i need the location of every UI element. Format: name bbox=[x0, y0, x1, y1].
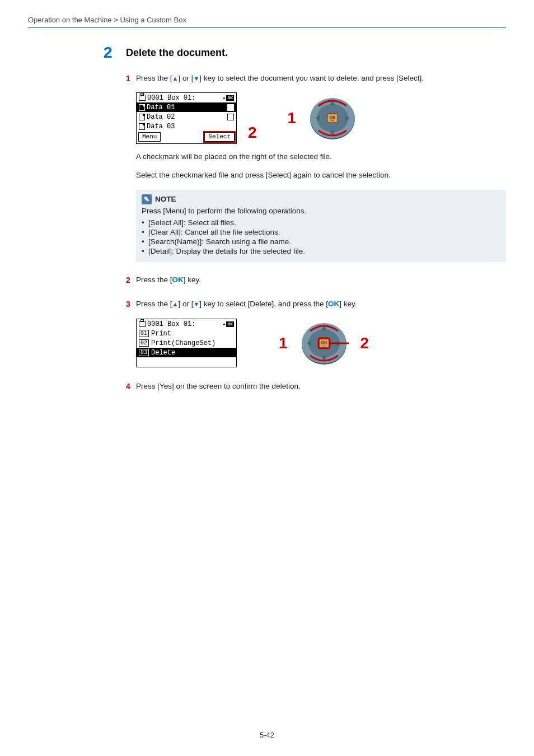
substep-1: 1 Press the [▲] or [▼] key to select the… bbox=[126, 73, 506, 85]
substep-4-text: Press [Yes] on the screen to confirm the… bbox=[136, 381, 506, 392]
callout-1: 1 bbox=[288, 109, 297, 127]
substep-4: 4 Press [Yes] on the screen to confirm t… bbox=[126, 381, 506, 393]
lcd2-blank-row bbox=[137, 357, 236, 367]
dpad-icon: OK ↵ bbox=[307, 93, 358, 143]
up-triangle-icon: ▲ bbox=[172, 75, 179, 82]
down-triangle-icon: ▼ bbox=[193, 75, 199, 82]
box-icon bbox=[139, 95, 146, 101]
note-bullet-4: [Detail]: Display the details for the se… bbox=[142, 247, 500, 255]
svg-text:↵: ↵ bbox=[331, 119, 334, 122]
box-icon bbox=[139, 321, 146, 327]
page-number: 5-42 bbox=[0, 731, 534, 739]
lcd2-row-1: 01 Print bbox=[137, 329, 236, 338]
dpad-icon: OK ↵ bbox=[299, 318, 349, 368]
note-bullets: [Select All]: Select all files. [Clear A… bbox=[142, 218, 500, 255]
lcd1-title-row: 0001 Box 01: ✦OK bbox=[137, 93, 236, 102]
note-bullet-1: [Select All]: Select all files. bbox=[142, 218, 500, 227]
arrows-ok-icon: ✦OK bbox=[222, 321, 234, 328]
substep-3-text: Press the [▲] or [▼] key to select [Dele… bbox=[136, 298, 506, 310]
dpad-control-2: OK ↵ bbox=[299, 318, 349, 368]
document-icon bbox=[139, 123, 145, 130]
substep-1-text: Press the [▲] or [▼] key to select the d… bbox=[136, 73, 506, 84]
lcd-screen-1: 0001 Box 01: ✦OK Data 01 Data 02 bbox=[136, 92, 237, 144]
note-box: ✎ NOTE Press [Menu] to perform the follo… bbox=[136, 190, 506, 262]
figure-2: 0001 Box 01: ✦OK 01 Print 02 Print(Chang… bbox=[136, 318, 506, 368]
checkbox-empty-icon bbox=[227, 114, 234, 120]
substep-2-number: 2 bbox=[126, 274, 136, 286]
substep-2-text: Press the [OK] key. bbox=[136, 274, 506, 286]
header-divider bbox=[28, 27, 506, 28]
lcd-screen-2: 0001 Box 01: ✦OK 01 Print 02 Print(Chang… bbox=[136, 319, 237, 367]
substep-2: 2 Press the [OK] key. bbox=[126, 274, 506, 286]
note-title: NOTE bbox=[155, 195, 176, 203]
lcd1-row-1: Data 01 bbox=[137, 102, 236, 112]
callout-2-tag: 2 bbox=[248, 124, 257, 142]
figure-1: 0001 Box 01: ✦OK Data 01 Data 02 bbox=[136, 92, 506, 144]
lcd2-row-2: 02 Print(ChangeSet) bbox=[137, 338, 236, 348]
lcd2-title: 0001 Box 01: bbox=[147, 320, 222, 328]
document-icon bbox=[139, 104, 145, 111]
svg-text:↵: ↵ bbox=[322, 344, 325, 347]
note-icon: ✎ bbox=[142, 194, 152, 204]
callout-1-fig2: 1 bbox=[279, 334, 288, 352]
substep-3-number: 3 bbox=[126, 298, 136, 310]
callout-2-fig2: 2 bbox=[360, 334, 369, 352]
substep-3: 3 Press the [▲] or [▼] key to select [De… bbox=[126, 298, 506, 310]
substep-1-number: 1 bbox=[126, 73, 136, 85]
note-bullet-2: [Clear All]: Cancel all the file selecti… bbox=[142, 228, 500, 236]
paragraph-checkmark-info: A checkmark will be placed on the right … bbox=[136, 152, 506, 162]
dpad-control-1: OK ↵ bbox=[307, 93, 358, 143]
breadcrumb: Operation on the Machine > Using a Custo… bbox=[28, 16, 506, 24]
lcd2-title-row: 0001 Box 01: ✦OK bbox=[137, 319, 236, 329]
substep-4-number: 4 bbox=[126, 381, 136, 393]
major-step-2: 2 Delete the document. bbox=[104, 45, 506, 60]
document-icon bbox=[139, 114, 145, 120]
down-triangle-icon: ▼ bbox=[193, 301, 199, 307]
lcd1-row-3: Data 03 bbox=[137, 122, 236, 131]
softkey-select[interactable]: Select bbox=[204, 132, 235, 142]
arrows-ok-icon: ✦OK bbox=[222, 95, 234, 101]
major-step-number: 2 bbox=[104, 45, 126, 60]
major-step-title: Delete the document. bbox=[126, 45, 228, 59]
note-intro: Press [Menu] to perform the following op… bbox=[142, 207, 500, 215]
lcd1-row-2: Data 02 bbox=[137, 112, 236, 122]
lcd2-row-3: 03 Delete bbox=[137, 348, 236, 357]
softkey-menu[interactable]: Menu bbox=[138, 132, 161, 142]
paragraph-cancel-info: Select the checkmarked file and press [S… bbox=[136, 170, 506, 181]
up-triangle-icon: ▲ bbox=[172, 301, 179, 307]
lcd1-softkey-row: Menu Select bbox=[137, 131, 236, 143]
note-bullet-3: [Search(Name)]: Search using a file name… bbox=[142, 237, 500, 246]
lcd1-title: 0001 Box 01: bbox=[147, 94, 222, 102]
checkmark-icon bbox=[227, 104, 234, 111]
